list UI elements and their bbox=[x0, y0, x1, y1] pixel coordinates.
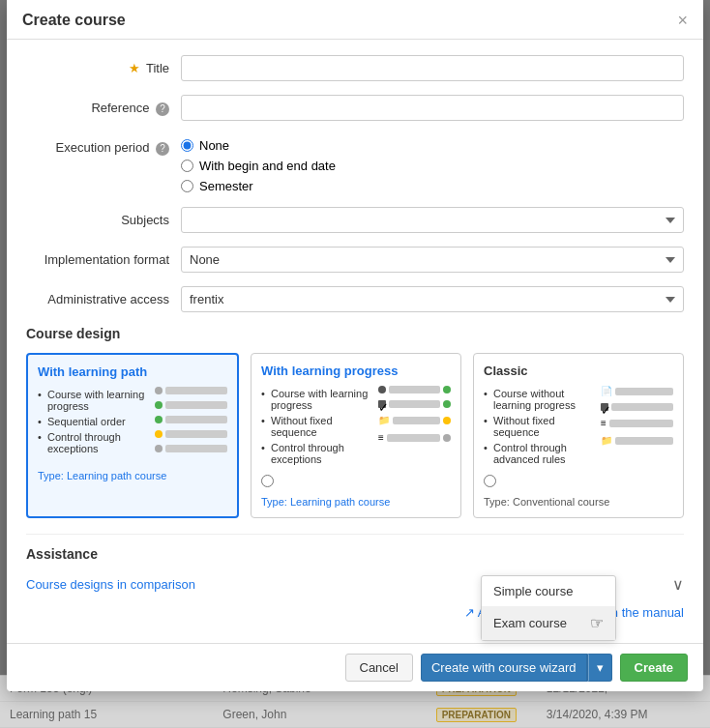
chevron-down-icon: ▾ bbox=[597, 660, 604, 675]
card-type-learning-progress: Type: Learning path course bbox=[261, 496, 451, 508]
mini-dot-gray bbox=[155, 445, 163, 452]
cursor-icon: ☞ bbox=[590, 614, 604, 632]
card-content-learning-path: Course with learning progress Sequential… bbox=[38, 387, 227, 464]
row-person: Green, John bbox=[222, 708, 428, 721]
administrative-access-select[interactable]: frentix bbox=[181, 286, 684, 312]
table-row: Learning path 15 Green, John PREPARATION… bbox=[0, 702, 710, 728]
card-radio-progress[interactable] bbox=[261, 475, 274, 487]
administrative-access-row: Administrative access frentix bbox=[26, 286, 684, 312]
modal-overlay: Form 155 (engl) Hemsing, Sabine PREPARAT… bbox=[0, 0, 710, 728]
feature-item: Control through advanced rules bbox=[484, 440, 593, 467]
subjects-label: Subjects bbox=[26, 207, 181, 227]
radio-none[interactable]: None bbox=[181, 138, 336, 153]
execution-period-label: Execution period ? bbox=[26, 134, 181, 156]
wizard-button-group: Create with course wizard ▾ bbox=[421, 654, 612, 682]
feature-item: Without fixed sequence bbox=[484, 413, 593, 440]
mini-item bbox=[378, 386, 451, 393]
card-radio-classic[interactable] bbox=[484, 475, 496, 487]
mini-dot-green bbox=[443, 386, 451, 393]
implementation-format-row: Implementation format None bbox=[26, 247, 684, 273]
title-label: ★ Title bbox=[26, 55, 181, 75]
chevron-down-icon: ∨ bbox=[672, 575, 684, 594]
feature-item: Without fixed sequence bbox=[261, 413, 370, 440]
mini-line bbox=[165, 387, 227, 394]
mini-line bbox=[393, 417, 440, 424]
mini-item bbox=[155, 430, 227, 438]
design-card-classic[interactable]: Classic Course without learning progress… bbox=[473, 353, 684, 518]
mini-line bbox=[389, 386, 440, 393]
title-row: ★ Title bbox=[26, 55, 684, 81]
mini-dot-gray bbox=[443, 434, 451, 442]
mini-item bbox=[155, 416, 227, 423]
mini-page-icon: 📄 bbox=[601, 386, 612, 396]
implementation-format-select[interactable]: None bbox=[181, 247, 684, 273]
mini-line bbox=[611, 403, 673, 411]
radio-semester[interactable]: Semester bbox=[181, 179, 336, 193]
mini-item bbox=[155, 387, 227, 394]
mini-item bbox=[155, 445, 227, 452]
mini-list-icon: ≡ bbox=[378, 432, 384, 443]
title-input[interactable] bbox=[181, 55, 684, 81]
modal-body: ★ Title Reference ? Execution period ? bbox=[7, 40, 703, 643]
close-button[interactable]: × bbox=[677, 12, 688, 29]
card-right-learning-progress: ✓ 📁 ≡ bbox=[378, 386, 451, 490]
execution-period-help-icon[interactable]: ? bbox=[156, 142, 169, 156]
mini-item bbox=[155, 401, 227, 409]
wizard-dropdown-toggle[interactable]: ▾ bbox=[588, 654, 612, 682]
mini-dot-dark bbox=[378, 386, 386, 393]
mini-list-icon: ≡ bbox=[601, 418, 606, 428]
create-with-wizard-button[interactable]: Create with course wizard bbox=[421, 654, 588, 682]
card-left-learning-path: Course with learning progress Sequential… bbox=[38, 387, 147, 464]
reference-input[interactable] bbox=[181, 95, 684, 121]
mini-rect-check: ✓ bbox=[601, 403, 608, 411]
wizard-button-label: Create with course wizard bbox=[422, 655, 587, 681]
modal-header: Create course × bbox=[7, 0, 703, 40]
mini-line bbox=[615, 388, 673, 395]
mini-dot-yellow bbox=[155, 430, 163, 438]
dropdown-item-simple[interactable]: Simple course bbox=[482, 576, 615, 606]
modal-footer: Cancel Create with course wizard ▾ Creat… bbox=[7, 643, 703, 691]
mini-folder-icon: 📁 bbox=[601, 435, 612, 446]
create-course-modal: Create course × ★ Title Reference ? bbox=[7, 0, 703, 691]
cancel-button[interactable]: Cancel bbox=[345, 654, 413, 682]
mini-line bbox=[165, 445, 227, 452]
create-button[interactable]: Create bbox=[620, 654, 688, 682]
card-title-classic: Classic bbox=[484, 364, 673, 378]
card-left-learning-progress: Course with learning progress Without fi… bbox=[261, 386, 370, 490]
mini-dot-gray bbox=[155, 387, 163, 394]
feature-item: Control through exceptions bbox=[38, 429, 147, 456]
radio-begin-end-input[interactable] bbox=[181, 160, 193, 172]
mini-rect-check: ✓ bbox=[378, 400, 386, 408]
mini-item: ✓ bbox=[378, 400, 451, 408]
dropdown-item-exam[interactable]: Exam course ☞ bbox=[482, 606, 615, 640]
radio-semester-input[interactable] bbox=[181, 180, 193, 192]
feature-list-classic: Course without learning progress Without… bbox=[484, 386, 593, 467]
card-title-learning-path: With learning path bbox=[38, 364, 227, 379]
execution-period-row: Execution period ? None With begin and e… bbox=[26, 134, 684, 193]
card-type-classic: Type: Conventional course bbox=[484, 496, 673, 508]
mini-line bbox=[609, 420, 673, 427]
radio-begin-end[interactable]: With begin and end date bbox=[181, 159, 336, 173]
mini-line bbox=[165, 416, 227, 423]
subjects-select[interactable] bbox=[181, 207, 684, 233]
modal-title: Create course bbox=[22, 12, 126, 29]
mini-line bbox=[387, 434, 440, 442]
radio-none-input[interactable] bbox=[181, 139, 193, 152]
mini-line bbox=[165, 401, 227, 409]
implementation-format-label: Implementation format bbox=[26, 247, 181, 267]
reference-help-icon[interactable]: ? bbox=[156, 102, 169, 116]
feature-list-learning-path: Course with learning progress Sequential… bbox=[38, 387, 147, 456]
card-right-learning-path bbox=[155, 387, 227, 464]
feature-item: Course with learning progress bbox=[38, 387, 147, 414]
feature-item: Sequential order bbox=[38, 414, 147, 429]
mini-dot-green bbox=[443, 400, 451, 408]
required-star: ★ bbox=[129, 61, 140, 75]
administrative-access-label: Administrative access bbox=[26, 286, 181, 306]
mini-item: 📄 bbox=[601, 386, 673, 396]
course-design-title: Course design bbox=[26, 326, 684, 341]
design-card-learning-progress[interactable]: With learning progress Course with learn… bbox=[251, 353, 461, 518]
design-card-learning-path[interactable]: With learning path Course with learning … bbox=[26, 353, 239, 518]
card-content-learning-progress: Course with learning progress Without fi… bbox=[261, 386, 451, 490]
mini-folder-icon: 📁 bbox=[378, 415, 390, 425]
mini-line bbox=[165, 430, 227, 438]
